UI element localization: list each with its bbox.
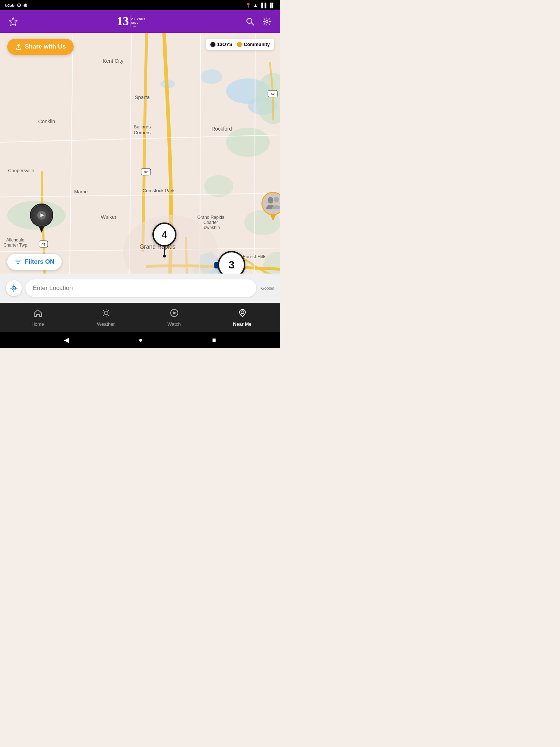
pin-4-dot [163, 255, 166, 258]
search-button[interactable] [244, 15, 257, 28]
settings-button[interactable] [260, 15, 273, 28]
top-nav: 13 ON YOUR SIDE abc [0, 10, 280, 33]
svg-line-109 [108, 310, 109, 310]
filters-button[interactable]: Filters ON [7, 254, 62, 270]
status-bar: 6:56 ⊙ ◉ 📍 ▲ ▐▐ ▐▌ [0, 0, 280, 10]
nav-watch-label: Watch [167, 321, 180, 327]
svg-text:Walker: Walker [101, 214, 116, 220]
community-photo-container [261, 192, 280, 215]
svg-point-91 [268, 197, 273, 204]
svg-text:Allendale: Allendale [6, 237, 24, 243]
svg-text:Coopersville: Coopersville [8, 168, 34, 173]
svg-text:Ballards: Ballards [134, 124, 151, 129]
bottom-nav: Home Weather Watch [0, 303, 280, 332]
app-logo: 13 ON YOUR SIDE abc [112, 13, 152, 30]
system-nav: ◀ ● ■ [0, 332, 280, 348]
svg-text:Charter: Charter [203, 220, 218, 225]
svg-point-15 [226, 128, 270, 157]
svg-line-107 [103, 310, 104, 310]
legend-13oys-label: 13OYS [217, 42, 233, 47]
svg-text:Comstock Park: Comstock Park [143, 188, 175, 193]
pin-tail-video [39, 226, 44, 233]
legend-black-dot [210, 42, 215, 47]
legend-community-label: Community [244, 42, 270, 47]
wifi-icon: ▲ [253, 3, 258, 8]
status-left: 6:56 ⊙ ◉ [5, 2, 27, 8]
circle-icon: ⊙ [17, 2, 21, 8]
pin-tail-community [270, 214, 276, 221]
svg-point-8 [266, 20, 268, 23]
pin-4-tail [164, 247, 165, 255]
favorite-button[interactable] [7, 15, 20, 28]
svg-point-12 [201, 69, 222, 84]
map-pin-video[interactable] [30, 204, 53, 233]
svg-text:Kent City: Kent City [103, 58, 124, 64]
svg-text:Grand Rapids: Grand Rapids [197, 215, 224, 220]
google-logo: Google [261, 286, 274, 290]
svg-point-102 [104, 311, 108, 315]
svg-text:abc: abc [133, 25, 137, 28]
map-pin-4[interactable]: 4 [152, 222, 176, 258]
nav-near-me-label: Near Me [233, 321, 252, 327]
nav-weather-label: Weather [97, 321, 115, 327]
pin-4-bubble: 4 [152, 222, 176, 247]
svg-text:Marne: Marne [74, 189, 88, 194]
nav-item-watch[interactable]: Watch [140, 305, 208, 330]
map-pin-community-photo[interactable] [261, 192, 280, 221]
home-icon [33, 308, 43, 320]
svg-text:SIDE: SIDE [131, 22, 139, 24]
battery-icon: ▐▌ [268, 3, 275, 8]
share-with-us-button[interactable]: Share with Us [7, 39, 74, 55]
svg-text:Township: Township [202, 225, 220, 230]
svg-text:57: 57 [271, 92, 275, 96]
nav-home-label: Home [31, 321, 44, 327]
map-container[interactable]: 196 96 131 37 45 6 11 21 57 44 50 Ke [0, 33, 280, 303]
legend-13oys: 13OYS [210, 42, 233, 47]
location-input[interactable] [26, 279, 256, 297]
near-me-icon [238, 308, 247, 320]
status-right: 📍 ▲ ▐▐ ▐▌ [245, 3, 275, 8]
svg-point-92 [274, 197, 279, 202]
svg-marker-112 [173, 311, 177, 314]
nav-icons-right [244, 15, 273, 28]
location-bar: Google [0, 274, 280, 303]
svg-point-113 [241, 311, 244, 314]
poke-icon: ◉ [23, 3, 27, 8]
legend-community: Community [237, 42, 270, 47]
svg-text:ON YOUR: ON YOUR [131, 18, 146, 20]
svg-text:13: 13 [117, 14, 129, 28]
svg-point-97 [13, 287, 15, 289]
home-button[interactable]: ● [139, 336, 143, 344]
map-legend: 13OYS Community [206, 39, 274, 50]
svg-line-108 [108, 315, 109, 316]
nav-item-weather[interactable]: Weather [72, 305, 140, 330]
svg-line-110 [103, 315, 104, 316]
weather-icon [101, 308, 111, 320]
svg-line-7 [251, 23, 254, 25]
video-thumbnail [31, 205, 52, 226]
recent-button[interactable]: ■ [212, 336, 216, 344]
svg-text:37: 37 [144, 170, 148, 174]
back-button[interactable]: ◀ [64, 336, 69, 344]
svg-text:Charter Twp: Charter Twp [3, 243, 27, 248]
svg-text:Sparta: Sparta [135, 94, 149, 100]
nav-item-home[interactable]: Home [4, 305, 72, 330]
time-display: 6:56 [5, 3, 15, 8]
svg-text:Corners: Corners [134, 130, 151, 135]
watch-icon [170, 308, 179, 320]
svg-rect-90 [262, 193, 280, 214]
filters-label: Filters ON [25, 258, 54, 266]
nav-item-near-me[interactable]: Near Me [208, 305, 276, 330]
legend-orange-dot [237, 42, 242, 47]
svg-rect-4 [130, 15, 131, 27]
signal-icon: ▐▐ [260, 3, 266, 8]
svg-text:Rockford: Rockford [211, 126, 232, 132]
svg-marker-0 [9, 18, 17, 26]
location-icon: 📍 [245, 3, 251, 8]
crosshair-button[interactable] [6, 280, 22, 296]
svg-text:45: 45 [42, 243, 45, 246]
svg-text:Conklin: Conklin [38, 119, 55, 124]
svg-text:Forest Hills: Forest Hills [242, 254, 267, 259]
